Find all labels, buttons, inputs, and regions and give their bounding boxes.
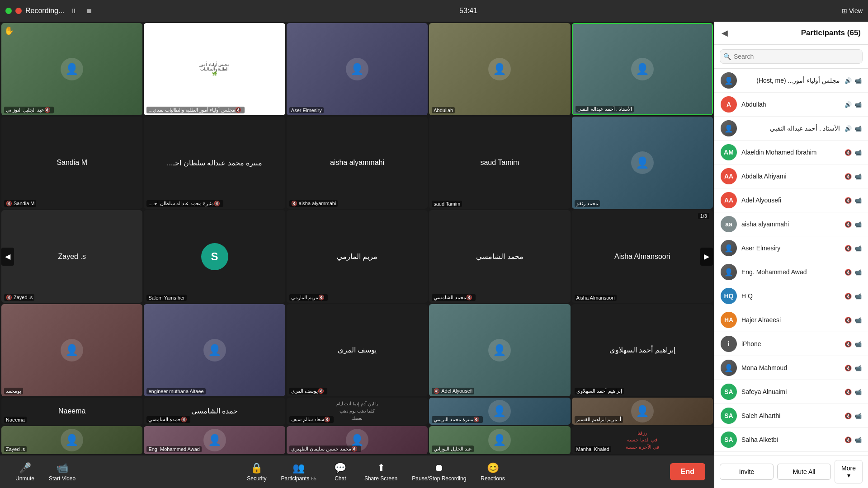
- unmuted-icon: 🔊: [844, 77, 852, 84]
- cell-name-label: 🔇منيرة محمد البريمي: [432, 416, 483, 423]
- mute-all-button[interactable]: Mute All: [777, 464, 831, 480]
- participant-list-item[interactable]: A Abdullah 🔊 📹: [714, 93, 868, 117]
- participant-list-item[interactable]: SA Safeya Alnuaimi 🔇 📹: [714, 380, 868, 404]
- video-cell-30[interactable]: رزقنافي الدنيا حسنةفي الآخرة حسنة Manhal…: [572, 426, 713, 454]
- video-cell-4[interactable]: 👤 Abdullah: [429, 23, 570, 115]
- video-cell-22[interactable]: حمده الشامسي 🔇حمده الشامسي: [144, 398, 285, 425]
- video-cell-23[interactable]: يا ابن آدم إنما أنت أيامكلما ذهب يوم ذهب…: [287, 398, 428, 425]
- end-button[interactable]: End: [670, 463, 705, 480]
- sidebar-search-area: 🔍: [714, 45, 868, 69]
- participants-label: Participants 65: [281, 475, 316, 482]
- participant-list-item[interactable]: 👤 مجلس أولياء أمور... (Host, me) 🔊 📹: [714, 69, 868, 93]
- participant-list-item[interactable]: AA Abdalla Alriyami 🔇 📹: [714, 164, 868, 188]
- video-cell-28[interactable]: 👤 🔇محمد حسين سليمان الظهيري: [287, 426, 428, 454]
- cell-name-label: محمد رنقو: [575, 200, 600, 207]
- search-input[interactable]: [720, 49, 863, 64]
- chat-button[interactable]: 💬 Chat: [325, 460, 356, 484]
- participant-name: الأستاذ . أحمد عبداله النقبي: [741, 125, 840, 132]
- muted-icon: 🔇: [844, 221, 852, 228]
- participant-list-item[interactable]: SA Salha Alketbi 🔇 📹: [714, 428, 868, 452]
- participant-name: Alaeldin Mohamed Ibrahim: [741, 149, 840, 156]
- participant-icons: 🔇 📹: [844, 197, 862, 204]
- participant-name-overlay: Aisha Almansoori: [614, 253, 670, 261]
- video-grid: 👤 ✋ 🔇عبد الجليل التوزاني مجلس أولياء أمو…: [0, 22, 714, 455]
- participant-list-item[interactable]: aa aisha alyammahi 🔇 📹: [714, 212, 868, 236]
- pause-stop-recording-button[interactable]: ⏺ Pause/Stop Recording: [406, 460, 472, 484]
- video-cell-21[interactable]: Naeema Naeema: [1, 398, 142, 425]
- video-cell-25[interactable]: 👤 أ. مريم ابراهيم القسير: [572, 398, 713, 425]
- nav-left-button[interactable]: ◀: [1, 248, 14, 266]
- video-cell-9[interactable]: saud Tamim saud Tamim: [429, 117, 570, 209]
- participants-button[interactable]: 👥 Participants 65: [275, 460, 323, 484]
- video-cell-3[interactable]: 👤 Aser Elmesiry: [287, 23, 428, 115]
- nav-right-button[interactable]: ▶: [700, 248, 713, 266]
- video-cell-8[interactable]: aisha alyammahi 🔇aisha alyammahi: [287, 117, 428, 209]
- video-cell-29[interactable]: 👤 عبد الجليل التوزاني: [429, 426, 570, 454]
- avatar: HQ: [721, 288, 737, 304]
- muted-icon: 🔇: [844, 389, 852, 395]
- view-button[interactable]: ⊞ View: [842, 7, 863, 14]
- cell-name-label: 🔇منيرة محمد عبداله سلطان احـ...: [146, 200, 223, 207]
- video-cell-12[interactable]: S Salem Yams her: [144, 210, 285, 302]
- participant-name: Eng. Mohammed Awad: [741, 268, 840, 276]
- muted-icon: 🔇: [844, 413, 852, 419]
- video-cell-5[interactable]: 👤 الأستاذ . أحمد عبداله النقبي: [572, 23, 713, 115]
- participant-list-item[interactable]: SM Sandia M 🔇 📹: [714, 452, 868, 455]
- participant-icons: 🔊 📹: [844, 125, 862, 132]
- participant-list-item[interactable]: 👤 Eng. Mohammed Awad 🔇 📹: [714, 260, 868, 284]
- video-cell-7[interactable]: منيرة محمد عبداله سلطان احـ... 🔇منيرة مح…: [144, 117, 285, 209]
- participant-list-item[interactable]: SA Saleh Alharthi 🔇 📹: [714, 404, 868, 428]
- stop-recording-button[interactable]: ⏹: [83, 6, 95, 15]
- avatar: SA: [721, 432, 737, 448]
- top-bar-right: ⊞ View: [842, 7, 863, 14]
- sidebar-collapse-button[interactable]: ◀: [722, 28, 728, 38]
- video-cell-20[interactable]: إبراهيم أحمد السهلاوي إبراهيم أحمد السهل…: [572, 304, 713, 396]
- avatar: 👤: [721, 120, 737, 136]
- more-button[interactable]: More ▾: [835, 460, 863, 483]
- start-video-button[interactable]: 📹 Start Video: [42, 460, 82, 484]
- video-cell-11[interactable]: ◀Zayed .s 🔇Zayed .s: [1, 210, 142, 302]
- video-cell-10[interactable]: 👤 محمد رنقو: [572, 117, 713, 209]
- search-icon: 🔍: [723, 53, 731, 60]
- muted-icon: 🔇: [844, 293, 852, 300]
- share-screen-button[interactable]: ⬆ Share Screen: [358, 460, 404, 484]
- recording-label: Recording...: [25, 7, 64, 15]
- video-cell-17[interactable]: 👤 engineer muthana Altaee: [144, 304, 285, 396]
- participant-list-item[interactable]: 👤 Aser Elmesiry 🔇 📹: [714, 236, 868, 260]
- video-cell-13[interactable]: مريم المازمي 🔇مريم المازمي: [287, 210, 428, 302]
- unmute-button[interactable]: 🎤 Unmute: [9, 460, 41, 484]
- video-cell-18[interactable]: يوسف المري 🔇يوسف المري: [287, 304, 428, 396]
- video-cell-15[interactable]: ▶1/3Aisha Almansoori Aisha Almansoori: [572, 210, 713, 302]
- video-cell-14[interactable]: محمد الشامسي 🔇محمد الشامسي: [429, 210, 570, 302]
- avatar: AM: [721, 144, 737, 160]
- chat-label: Chat: [335, 475, 346, 482]
- video-cell-2[interactable]: مجلس أولياء أمورالطلبة والطالبات🌿 🔇مجلس …: [144, 23, 285, 115]
- video-cell-16[interactable]: 👤 بومحمد: [1, 304, 142, 396]
- participant-list-item[interactable]: HQ H Q 🔇 📹: [714, 284, 868, 308]
- mic-icon: 🎤: [19, 462, 31, 474]
- video-cell-19[interactable]: 👤 🔇Adel Alyousefi: [429, 304, 570, 396]
- video-cell-1[interactable]: 👤 ✋ 🔇عبد الجليل التوزاني: [1, 23, 142, 115]
- reactions-button[interactable]: 😊 Reactions: [474, 460, 511, 484]
- pause-recording-button[interactable]: ⏸: [68, 6, 80, 15]
- participant-list-item[interactable]: 👤 الأستاذ . أحمد عبداله النقبي 🔊 📹: [714, 117, 868, 141]
- participant-list-item[interactable]: i iPhone 🔇 📹: [714, 332, 868, 356]
- video-cell-27[interactable]: 👤 Eng. Mohammed Awad: [144, 426, 285, 454]
- video-cell-6[interactable]: Sandia M 🔇Sandia M: [1, 117, 142, 209]
- participant-list-item[interactable]: AA Adel Alyousefi 🔇 📹: [714, 188, 868, 212]
- participant-list-item[interactable]: HA Hajer Alraeesi 🔇 📹: [714, 308, 868, 332]
- cell-name-label: 🔇محمد حسين سليمان الظهيري: [289, 446, 361, 452]
- meeting-timer: 53:41: [459, 7, 477, 15]
- participant-list-item[interactable]: AM Alaeldin Mohamed Ibrahim 🔇 📹: [714, 141, 868, 164]
- security-button[interactable]: 🔒 Security: [241, 460, 273, 484]
- avatar: SA: [721, 384, 737, 400]
- video-grid-area: 👤 ✋ 🔇عبد الجليل التوزاني مجلس أولياء أمو…: [0, 22, 714, 488]
- invite-button[interactable]: Invite: [720, 464, 774, 480]
- avatar: i: [721, 336, 737, 352]
- video-state-icon: 📹: [854, 389, 862, 395]
- video-state-icon: 📹: [854, 77, 862, 84]
- video-cell-24[interactable]: 👤 🔇منيرة محمد البريمي: [429, 398, 570, 425]
- participant-name: مجلس أولياء أمور... (Host, me): [741, 77, 840, 84]
- participant-list-item[interactable]: 👤 Mona Mahmoud 🔇 📹: [714, 356, 868, 380]
- video-cell-26[interactable]: 👤 Zayed .s: [1, 426, 142, 454]
